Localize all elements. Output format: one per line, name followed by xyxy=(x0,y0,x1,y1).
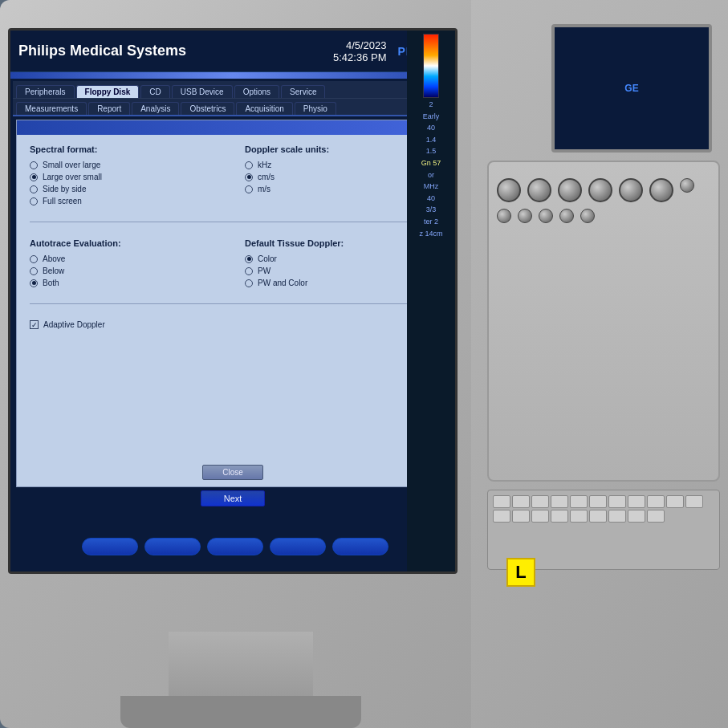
side-value-9: 40 xyxy=(427,193,435,204)
header-date: 4/5/2023 xyxy=(333,39,387,51)
adaptive-doppler-checkbox[interactable] xyxy=(30,320,39,329)
key-5[interactable] xyxy=(570,495,588,508)
dialog-titlebar: ✕ xyxy=(17,120,449,135)
key-20[interactable] xyxy=(647,510,665,523)
close-button[interactable]: Close xyxy=(202,465,263,480)
equipment-controls xyxy=(487,161,720,482)
key-15[interactable] xyxy=(551,510,568,523)
adaptive-doppler-label: Adaptive Doppler xyxy=(43,320,105,329)
radio-pw-indicator xyxy=(245,267,253,275)
tab-obstetrics[interactable]: Obstetrics xyxy=(181,102,234,115)
key-17[interactable] xyxy=(589,510,607,523)
tab-options[interactable]: Options xyxy=(234,85,279,98)
function-btn-3[interactable] xyxy=(207,538,263,555)
side-value-3: 40 xyxy=(427,123,435,133)
color-bar xyxy=(423,34,439,98)
key-11[interactable] xyxy=(685,495,703,508)
key-6[interactable] xyxy=(589,495,607,508)
radio-both-indicator xyxy=(30,279,38,287)
knob-small-6[interactable] xyxy=(580,209,595,223)
radio-small-over-large-indicator xyxy=(30,161,38,169)
knob-4[interactable] xyxy=(588,178,612,202)
radio-cms-indicator xyxy=(245,173,253,181)
spectral-format-options: Small over large Large over small xyxy=(30,161,221,205)
radio-above[interactable]: Above xyxy=(30,254,221,263)
monitor-screen: Philips Medical Systems 4/5/2023 5:42:36… xyxy=(8,28,458,574)
tab-bar-row2: Measurements Report Analysis Obstetrics … xyxy=(13,99,453,116)
tab-bar-row1: Peripherals Floppy Disk CD USB Device Op… xyxy=(13,81,453,99)
header-bar: Philips Medical Systems 4/5/2023 5:42:36… xyxy=(10,31,455,72)
side-value-1: 2 xyxy=(429,100,433,110)
adaptive-doppler-option[interactable]: Adaptive Doppler xyxy=(30,320,436,329)
key-12[interactable] xyxy=(493,510,510,523)
blue-accent-strip xyxy=(10,72,455,79)
key-18[interactable] xyxy=(608,510,626,523)
side-value-4: 1.4 xyxy=(426,135,437,145)
key-14[interactable] xyxy=(531,510,549,523)
key-1[interactable] xyxy=(493,495,510,508)
key-2[interactable] xyxy=(512,495,530,508)
tab-floppy-disk[interactable]: Floppy Disk xyxy=(76,85,140,98)
next-button[interactable]: Next xyxy=(201,490,266,506)
radio-full-screen[interactable]: Full screen xyxy=(30,197,221,205)
function-btn-1[interactable] xyxy=(82,538,138,555)
radio-ms-indicator xyxy=(245,185,253,193)
knob-small-3[interactable] xyxy=(518,209,532,223)
side-value-2: Early xyxy=(423,112,440,122)
key-13[interactable] xyxy=(512,510,530,523)
key-4[interactable] xyxy=(551,495,568,508)
radio-below[interactable]: Below xyxy=(30,266,221,275)
label-sticker-L: L xyxy=(506,558,535,587)
function-btn-4[interactable] xyxy=(270,538,326,555)
autotrace-section: Autotrace Evaluation: Above xyxy=(30,238,221,287)
tab-cd[interactable]: CD xyxy=(140,85,169,98)
radio-khz-indicator xyxy=(245,161,253,169)
radio-small-over-large[interactable]: Small over large xyxy=(30,161,221,169)
app-title: Philips Medical Systems xyxy=(18,43,186,59)
radio-both[interactable]: Both xyxy=(30,279,221,287)
tab-peripherals[interactable]: Peripherals xyxy=(16,85,75,98)
key-7[interactable] xyxy=(608,495,626,508)
key-10[interactable] xyxy=(666,495,684,508)
side-value-7: or xyxy=(428,170,434,181)
radio-large-over-small[interactable]: Large over small xyxy=(30,173,221,181)
bottom-section-row: Autotrace Evaluation: Above xyxy=(30,238,436,287)
spectral-format-title: Spectral format: xyxy=(30,144,221,154)
side-value-6: Gn 57 xyxy=(421,158,441,169)
side-value-10: 3/3 xyxy=(426,205,437,215)
key-3[interactable] xyxy=(531,495,549,508)
section-divider-2 xyxy=(30,303,436,304)
tab-usb-device[interactable]: USB Device xyxy=(172,85,233,98)
tab-physio[interactable]: Physio xyxy=(295,102,336,115)
knob-small-5[interactable] xyxy=(559,209,574,223)
header-datetime: 4/5/2023 5:42:36 PM xyxy=(333,39,387,63)
function-btn-2[interactable] xyxy=(144,538,201,555)
key-9[interactable] xyxy=(647,495,665,508)
radio-side-by-side-indicator xyxy=(30,185,38,193)
radio-side-by-side[interactable]: Side by side xyxy=(30,185,221,193)
function-btn-5[interactable] xyxy=(332,538,388,555)
knob-small-4[interactable] xyxy=(539,209,553,223)
tab-service[interactable]: Service xyxy=(281,85,325,98)
settings-dialog: ✕ Spectral format: Smal xyxy=(16,120,449,487)
section-divider xyxy=(30,222,436,222)
key-19[interactable] xyxy=(628,510,645,523)
tab-report[interactable]: Report xyxy=(88,102,130,115)
nav-button-row: Next xyxy=(13,490,453,506)
knob-5[interactable] xyxy=(619,178,643,202)
radio-full-screen-indicator xyxy=(30,197,38,205)
key-16[interactable] xyxy=(570,510,588,523)
key-8[interactable] xyxy=(628,495,645,508)
tab-analysis[interactable]: Analysis xyxy=(132,102,179,115)
tab-measurements[interactable]: Measurements xyxy=(16,102,87,115)
knob-small-1[interactable] xyxy=(680,178,694,193)
dialog-content: Spectral format: Small over large xyxy=(17,135,449,339)
tab-acquisition[interactable]: Acquisition xyxy=(236,102,292,115)
knob-1[interactable] xyxy=(497,178,521,202)
knob-6[interactable] xyxy=(649,178,673,202)
dialog-bottom-buttons: Close xyxy=(17,465,449,480)
knob-small-2[interactable] xyxy=(497,209,511,223)
side-value-11: ter 2 xyxy=(424,217,438,227)
knob-3[interactable] xyxy=(558,178,582,202)
knob-2[interactable] xyxy=(527,178,551,202)
